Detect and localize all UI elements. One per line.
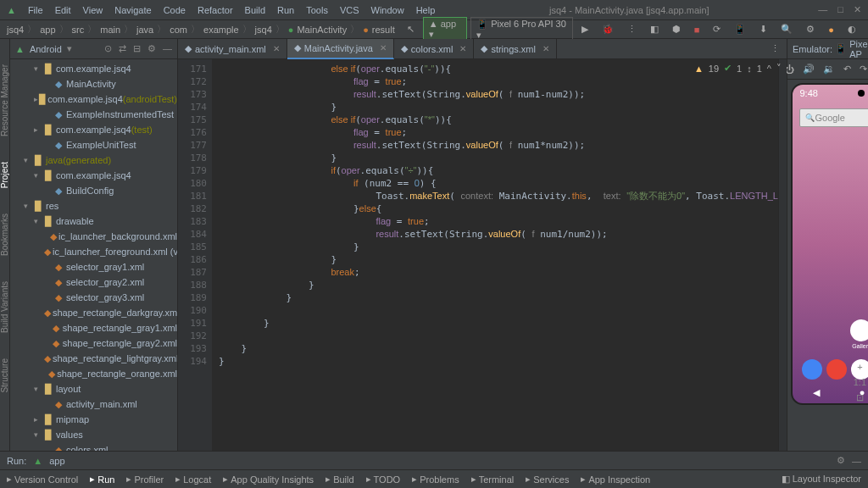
tree-item[interactable]: ◆MainActivity bbox=[10, 76, 177, 92]
run-button[interactable]: ▶ bbox=[576, 22, 593, 36]
tool-app-inspection[interactable]: ▸App Inspection bbox=[581, 474, 650, 485]
select-opened-file[interactable]: ⊙ bbox=[104, 43, 112, 54]
editor-tab[interactable]: ◆MainActivity.java✕ bbox=[287, 39, 394, 59]
window-controls[interactable]: —□✕ bbox=[818, 4, 861, 15]
inspection-widget[interactable]: ▲19 ✔1 ↕1 ^˅ bbox=[694, 63, 782, 74]
search-button[interactable]: 🔍 bbox=[776, 22, 798, 36]
more-actions[interactable]: ⋮ bbox=[622, 22, 642, 36]
run-panel-header[interactable]: Run:▲app ⚙ — bbox=[0, 451, 868, 469]
close-tab-icon[interactable]: ✕ bbox=[459, 44, 466, 53]
editor-tab[interactable]: ◆strings.xml✕ bbox=[474, 39, 557, 59]
tree-item[interactable]: ▾▉values bbox=[10, 427, 177, 442]
tree-item[interactable]: ▸▉mipmap bbox=[10, 412, 177, 427]
resource-manager-tab[interactable]: Resource Manager bbox=[0, 64, 9, 136]
close-tab-icon[interactable]: ✕ bbox=[542, 44, 549, 53]
tree-item[interactable]: ▾▉res bbox=[10, 198, 177, 214]
tree-item[interactable]: ◆ExampleInstrumentedTest bbox=[10, 107, 177, 122]
tree-item[interactable]: ◆selector_gray2.xml bbox=[10, 274, 177, 290]
zoom-out-icon[interactable]: ⊡ bbox=[856, 392, 864, 403]
attach-debugger[interactable]: ⬢ bbox=[667, 22, 686, 36]
zoom-fit-icon[interactable]: 1:1 bbox=[854, 377, 866, 387]
crumb-jsq4[interactable]: jsq4 bbox=[255, 25, 272, 35]
volume-down-icon[interactable]: 🔉 bbox=[823, 64, 835, 75]
editor-tab[interactable]: ◆colors.xml✕ bbox=[394, 39, 475, 59]
tool-version-control[interactable]: ▸Version Control bbox=[7, 474, 78, 485]
search-widget[interactable]: 🔍 Google bbox=[799, 108, 868, 127]
tree-item[interactable]: ▸▉com.example.jsq4 (androidTest) bbox=[10, 92, 177, 107]
menu-refactor[interactable]: Refactor bbox=[192, 3, 238, 17]
crumb-example[interactable]: example bbox=[203, 25, 239, 35]
notifications-icon[interactable]: ◐ bbox=[843, 22, 861, 36]
expand-all[interactable]: ⇄ bbox=[119, 43, 126, 54]
tree-item[interactable]: ▾▉com.example.jsq4 bbox=[10, 61, 177, 76]
close-tab-icon[interactable]: ✕ bbox=[273, 44, 280, 53]
tree-item[interactable]: ◆selector_gray3.xml bbox=[10, 290, 177, 305]
tree-item[interactable]: ◆activity_main.xml bbox=[10, 396, 177, 412]
run-settings-icon[interactable]: ⚙ bbox=[837, 455, 845, 466]
tree-item[interactable]: ▾▉java (generated) bbox=[10, 152, 177, 168]
code-editor[interactable]: else if(oper.equals("-")){ flag = true; … bbox=[212, 59, 778, 451]
bookmarks-tab[interactable]: Bookmarks bbox=[0, 214, 9, 256]
crumb-com[interactable]: com bbox=[170, 25, 187, 35]
emulator-screen[interactable]: 9:48◧ ▮ 🔍 Google Gallery ◀●■ bbox=[791, 83, 868, 405]
stop-button[interactable]: ■ bbox=[689, 23, 705, 36]
breadcrumb[interactable]: jsq4〉app〉src〉main〉java〉com〉example〉jsq4 bbox=[7, 23, 272, 36]
project-view-label[interactable]: Android bbox=[30, 44, 62, 54]
close-tab-icon[interactable]: ✕ bbox=[380, 43, 387, 53]
tree-item[interactable]: ◆BuildConfig bbox=[10, 183, 177, 198]
crumb-src[interactable]: src bbox=[72, 25, 85, 35]
sdk-button[interactable]: ⬇ bbox=[754, 22, 772, 36]
run-hide[interactable]: — bbox=[852, 456, 861, 466]
profiler-button[interactable]: ◧ bbox=[645, 22, 664, 36]
collapse-all[interactable]: ⊟ bbox=[133, 43, 141, 54]
project-tree[interactable]: ▾▉com.example.jsq4◆MainActivity▸▉com.exa… bbox=[10, 59, 177, 451]
tree-item[interactable]: ◆colors.xml bbox=[10, 442, 177, 451]
tree-item[interactable]: ▸▉com.example.jsq4 (test) bbox=[10, 122, 177, 137]
tab-list-icon[interactable]: ⋮ bbox=[771, 43, 780, 54]
tool-layout-inspector[interactable]: ◧ Layout Inspector bbox=[782, 474, 861, 485]
power-icon[interactable]: ⏻ bbox=[785, 64, 794, 75]
line-gutter[interactable]: 171 172 173 174 175 176 177 178 179 180 … bbox=[178, 59, 212, 451]
error-stripe[interactable] bbox=[778, 59, 787, 451]
tree-item[interactable]: ◆shape_rectangle_lightgray.xml bbox=[10, 351, 177, 366]
tree-item[interactable]: ◆ic_launcher_foreground.xml (v2 bbox=[10, 244, 177, 259]
menu-vcs[interactable]: VCS bbox=[335, 3, 364, 17]
rotate-left-icon[interactable]: ↶ bbox=[843, 64, 851, 75]
menu-code[interactable]: Code bbox=[159, 3, 191, 17]
menu-build[interactable]: Build bbox=[240, 3, 270, 17]
volume-up-icon[interactable]: 🔊 bbox=[803, 64, 815, 75]
settings-icon[interactable]: ⚙ bbox=[147, 43, 156, 54]
tool-services[interactable]: ▸Services bbox=[526, 474, 569, 485]
account-icon[interactable]: ● bbox=[823, 23, 839, 36]
settings-button[interactable]: ⚙ bbox=[801, 22, 820, 36]
tree-item[interactable]: ◆shape_rectangle_darkgray.xml bbox=[10, 305, 177, 320]
sync-button[interactable]: ⟳ bbox=[708, 22, 726, 36]
menu-run[interactable]: Run bbox=[272, 3, 299, 17]
zoom-in-icon[interactable]: + bbox=[857, 362, 862, 372]
rotate-right-icon[interactable]: ↷ bbox=[860, 64, 867, 75]
crumb-app[interactable]: app bbox=[40, 25, 55, 35]
tree-item[interactable]: ▾▉com.example.jsq4 bbox=[10, 168, 177, 183]
tree-item[interactable]: ▾▉drawable bbox=[10, 214, 177, 229]
tool-todo[interactable]: ▸TODO bbox=[366, 474, 401, 485]
menu-window[interactable]: Window bbox=[366, 3, 409, 17]
menu-view[interactable]: View bbox=[78, 3, 108, 17]
menu-tools[interactable]: Tools bbox=[301, 3, 333, 17]
structure-tab[interactable]: Structure bbox=[0, 358, 9, 393]
menu-file[interactable]: File bbox=[23, 3, 48, 17]
tool-run[interactable]: ▸Run bbox=[90, 474, 114, 485]
tree-item[interactable]: ◆shape_rectangle_gray1.xml bbox=[10, 320, 177, 336]
crumb-main[interactable]: main bbox=[100, 25, 120, 35]
back-button[interactable]: ↖ bbox=[402, 22, 420, 36]
tool-logcat[interactable]: ▸Logcat bbox=[175, 474, 211, 485]
tool-problems[interactable]: ▸Problems bbox=[412, 474, 459, 485]
tree-item[interactable]: ▾▉layout bbox=[10, 381, 177, 396]
hide-panel[interactable]: — bbox=[163, 43, 172, 54]
tool-terminal[interactable]: ▸Terminal bbox=[471, 474, 515, 485]
editor-tab[interactable]: ◆activity_main.xml✕ bbox=[178, 39, 287, 59]
tree-item[interactable]: ◆ic_launcher_background.xml bbox=[10, 229, 177, 244]
menu-help[interactable]: Help bbox=[411, 3, 441, 17]
crumb-jsq4[interactable]: jsq4 bbox=[7, 25, 24, 35]
tree-item[interactable]: ◆selector_gray1.xml bbox=[10, 259, 177, 274]
tree-item[interactable]: ◆shape_rectangle_gray2.xml bbox=[10, 336, 177, 351]
